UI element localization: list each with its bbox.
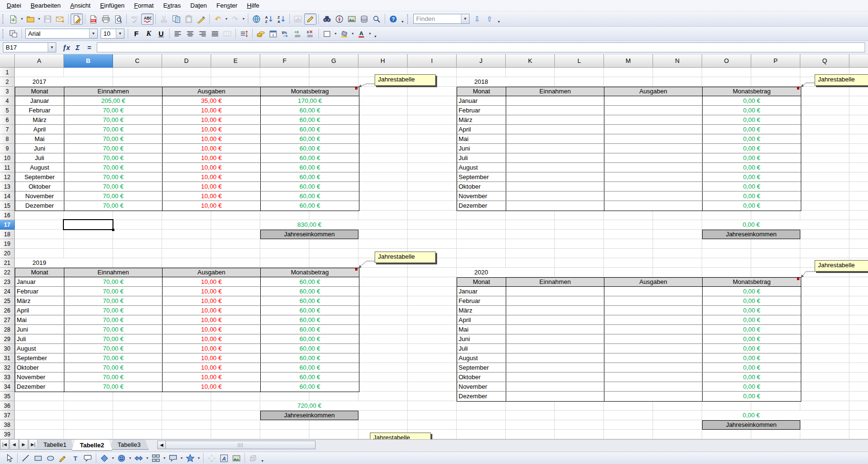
month-cell[interactable]: Juni <box>15 325 64 334</box>
sheet-tab-tabelle3[interactable]: Tabelle3 <box>110 440 149 450</box>
amount-cell[interactable]: 60,00 € <box>261 334 359 343</box>
amount-cell[interactable]: 10,00 € <box>163 363 261 372</box>
row-header-26[interactable]: 26 <box>0 306 15 315</box>
amount-cell[interactable]: 10,00 € <box>163 373 261 382</box>
font-color-button[interactable]: A <box>355 28 368 40</box>
month-cell[interactable]: März <box>457 115 506 124</box>
amount-cell[interactable]: 60,00 € <box>261 115 359 124</box>
amount-cell[interactable]: 70,00 € <box>64 287 163 296</box>
row-header-18[interactable]: 18 <box>0 230 15 239</box>
column-header-cell[interactable]: Ausgaben <box>604 87 703 96</box>
amount-cell[interactable] <box>506 344 604 353</box>
toolbar-grip[interactable] <box>2 29 6 39</box>
row-header-9[interactable]: 9 <box>0 144 15 153</box>
function-wizard-icon[interactable]: ƒx <box>61 42 72 53</box>
amount-cell[interactable]: 70,00 € <box>64 373 163 382</box>
amount-cell[interactable]: 60,00 € <box>261 163 359 172</box>
table-title-2019[interactable]: 2019 <box>15 258 64 268</box>
sheet-tab-tabelle2[interactable]: Tabelle2 <box>71 440 112 451</box>
callouts-button-dropdown-icon[interactable]: ▾ <box>179 456 184 460</box>
column-header-cell[interactable]: Einnahmen <box>64 87 163 96</box>
line-button[interactable] <box>20 453 32 464</box>
month-cell[interactable]: September <box>457 172 506 182</box>
amount-cell[interactable]: 10,00 € <box>163 163 261 172</box>
toolbar-overflow-icon[interactable]: ▾ <box>496 13 502 25</box>
amount-cell[interactable]: 10,00 € <box>163 153 261 162</box>
amount-cell[interactable] <box>604 96 703 105</box>
column-header-cell[interactable]: Monat <box>457 87 506 96</box>
sheet-tab-tabelle1[interactable]: Tabelle1 <box>35 440 74 450</box>
amount-cell[interactable] <box>506 192 604 201</box>
toolbar-grip[interactable] <box>2 14 6 24</box>
font-name-combo-dropdown-icon[interactable]: ▼ <box>89 29 97 38</box>
column-header-cell[interactable]: Ausgaben <box>163 268 261 277</box>
stars-button-dropdown-icon[interactable]: ▾ <box>196 456 201 460</box>
amount-cell[interactable]: 60,00 € <box>261 306 359 315</box>
amount-cell[interactable]: 0,00 € <box>703 125 801 134</box>
amount-cell[interactable]: 10,00 € <box>163 382 261 392</box>
from-file-button[interactable] <box>230 453 243 464</box>
amount-cell[interactable]: 60,00 € <box>261 192 359 201</box>
year-total-label-2019[interactable]: Jahreseinkommen <box>260 411 358 420</box>
amount-cell[interactable] <box>604 344 703 353</box>
month-cell[interactable]: August <box>15 163 64 172</box>
row-header-34[interactable]: 34 <box>0 382 15 392</box>
amount-cell[interactable] <box>604 325 703 334</box>
row-header-6[interactable]: 6 <box>0 115 15 125</box>
column-header-I[interactable]: I <box>408 54 457 68</box>
amount-cell[interactable] <box>506 96 604 105</box>
symbol-shapes-button[interactable] <box>115 453 128 464</box>
column-header-L[interactable]: L <box>555 54 604 68</box>
row-header-5[interactable]: 5 <box>0 106 15 115</box>
date-format-button[interactable]: 1 <box>267 28 279 40</box>
month-cell[interactable]: Januar <box>457 287 506 296</box>
year-total-cell-2017[interactable]: 830,00 € <box>260 220 358 230</box>
amount-cell[interactable]: 70,00 € <box>64 334 163 343</box>
amount-cell[interactable] <box>604 144 703 153</box>
amount-cell[interactable] <box>604 192 703 201</box>
callout-button[interactable] <box>82 453 94 464</box>
amount-cell[interactable]: 0,00 € <box>703 115 801 124</box>
undo-button[interactable]: ↶ <box>212 13 224 25</box>
amount-cell[interactable]: 0,00 € <box>703 296 801 305</box>
column-header-cell[interactable]: Einnahmen <box>64 268 163 277</box>
month-cell[interactable]: September <box>457 363 506 372</box>
font-size-combo[interactable]: 10▼ <box>101 29 124 39</box>
undo-button-dropdown-icon[interactable]: ▾ <box>224 17 229 21</box>
borders-button-dropdown-icon[interactable]: ▾ <box>333 31 338 36</box>
row-header-4[interactable]: 4 <box>0 96 15 106</box>
year-total-label-2017[interactable]: Jahreseinkommen <box>260 230 358 239</box>
navigator-button[interactable] <box>333 13 346 25</box>
month-cell[interactable]: April <box>457 315 506 324</box>
amount-cell[interactable]: 0,00 € <box>703 382 801 391</box>
amount-cell[interactable]: 10,00 € <box>163 201 261 211</box>
data-sources-button[interactable] <box>358 13 370 25</box>
month-cell[interactable]: April <box>15 306 64 315</box>
month-cell[interactable]: Juli <box>457 344 506 353</box>
row-header-21[interactable]: 21 <box>0 258 15 268</box>
column-header-cell[interactable]: Monatsbetrag <box>703 87 801 96</box>
bold-button[interactable]: F <box>130 28 143 40</box>
year-total-label-2018[interactable]: Jahreseinkommen <box>702 230 800 239</box>
month-cell[interactable]: Juli <box>457 153 506 162</box>
column-header-G[interactable]: G <box>309 54 358 68</box>
amount-cell[interactable]: 60,00 € <box>261 315 359 324</box>
month-cell[interactable]: Oktober <box>457 373 506 382</box>
fontwork-button[interactable]: A <box>218 453 230 464</box>
column-header-cell[interactable]: Monat <box>15 268 64 277</box>
equals-icon[interactable]: = <box>83 42 95 53</box>
hyperlink-button[interactable] <box>250 13 263 25</box>
month-cell[interactable]: Dezember <box>457 392 506 401</box>
amount-cell[interactable]: 70,00 € <box>64 201 163 211</box>
amount-cell[interactable]: 0,00 € <box>703 306 801 315</box>
amount-cell[interactable] <box>604 353 703 363</box>
styles-button[interactable] <box>7 28 20 40</box>
amount-cell[interactable]: 0,00 € <box>703 353 801 363</box>
align-center-button[interactable] <box>184 28 196 40</box>
amount-cell[interactable] <box>506 125 604 134</box>
menu-einfgen[interactable]: Einfügen <box>95 0 129 10</box>
column-header-C[interactable]: C <box>113 54 162 68</box>
amount-cell[interactable]: 60,00 € <box>261 134 359 143</box>
year-total-label-2020[interactable]: Jahreseinkommen <box>702 420 800 430</box>
amount-cell[interactable]: 60,00 € <box>261 353 359 363</box>
